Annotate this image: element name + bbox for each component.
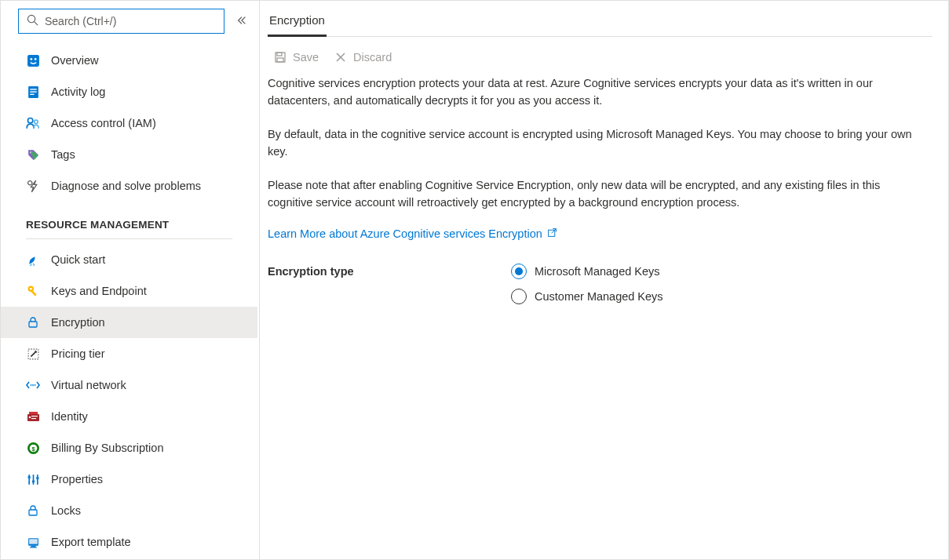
nav-list: Overview Activity log Access control (IA… [1,38,257,559]
sidebar-item-properties[interactable]: Properties [1,464,257,495]
divider [26,238,232,239]
quick-start-icon [26,253,40,267]
svg-rect-38 [31,545,35,547]
encryption-type-label: Encryption type [268,264,511,304]
svg-point-19 [32,384,34,386]
sidebar-item-identity[interactable]: Identity [1,401,257,432]
sidebar: Overview Activity log Access control (IA… [1,1,260,559]
activity-log-icon [26,85,40,99]
sidebar-item-billing[interactable]: $ Billing By Subscription [1,432,257,464]
pricing-tier-icon [26,347,40,361]
sidebar-item-access-control[interactable]: Access control (IAM) [1,107,257,139]
encryption-type-radio-group: Microsoft Managed Keys Customer Managed … [511,264,663,304]
svg-rect-2 [27,55,39,67]
sidebar-item-pricing-tier[interactable]: Pricing tier [1,338,257,369]
radio-customer-managed-keys[interactable]: Customer Managed Keys [511,289,663,304]
properties-icon [26,472,40,486]
sidebar-item-label: Tags [51,148,75,161]
access-control-icon [26,116,40,130]
svg-point-10 [35,120,38,124]
collapse-sidebar-button[interactable] [232,15,251,28]
discard-icon [334,51,347,64]
svg-rect-33 [31,480,34,482]
export-template-icon [26,535,40,549]
svg-rect-32 [27,476,30,478]
description-paragraph-2: By default, data in the cognitive servic… [268,125,925,161]
svg-point-20 [34,384,35,386]
svg-rect-34 [36,477,38,479]
toolbar: Save Discard [268,37,933,70]
sidebar-item-label: Activity log [51,85,105,98]
sidebar-item-virtual-network[interactable]: Virtual network [1,369,257,401]
svg-point-0 [27,15,35,22]
sidebar-item-label: Diagnose and solve problems [51,180,201,192]
svg-rect-8 [30,93,34,94]
sidebar-item-label: Encryption [51,316,105,329]
learn-more-text: Learn More about Azure Cognitive service… [268,227,542,240]
discard-label: Discard [353,51,392,64]
svg-rect-7 [30,91,37,92]
overview-icon [26,53,40,67]
description-paragraph-3: Please note that after enabling Cognitiv… [268,176,925,212]
description-paragraph-1: Cognitive services encryption protects y… [268,75,925,110]
search-box[interactable] [18,9,224,34]
svg-point-18 [30,384,31,386]
svg-rect-39 [30,547,37,547]
svg-rect-24 [31,418,36,419]
svg-point-12 [27,180,31,184]
section-header-resource-management: RESOURCE MANAGEMENT [1,202,257,235]
svg-line-1 [35,22,38,25]
locks-icon [26,504,40,518]
sidebar-item-activity-log[interactable]: Activity log [1,76,257,107]
sidebar-item-encryption[interactable]: Encryption [1,307,257,338]
sidebar-item-label: Export template [51,536,131,548]
svg-point-9 [27,118,32,122]
main-content: Encryption Save Discard Cognitive servic… [260,1,948,559]
diagnose-icon [26,179,40,193]
radio-label: Customer Managed Keys [535,290,663,303]
svg-rect-23 [31,416,38,416]
svg-rect-6 [30,89,37,89]
svg-point-3 [30,57,32,60]
svg-point-4 [34,57,36,60]
svg-rect-37 [29,539,38,544]
search-icon [27,14,38,28]
svg-rect-35 [29,510,37,515]
radio-button-icon [511,289,527,304]
svg-point-25 [28,416,31,418]
save-button[interactable]: Save [274,51,319,64]
tabs: Encryption [268,1,933,37]
tab-encryption[interactable]: Encryption [268,5,327,37]
sidebar-item-export-template[interactable]: Export template [1,526,257,558]
encryption-icon [26,315,40,329]
keys-icon [26,284,40,298]
svg-point-14 [29,287,31,289]
virtual-network-icon [26,378,40,392]
sidebar-item-label: Access control (IAM) [51,117,156,129]
sidebar-item-label: Virtual network [51,379,126,391]
sidebar-item-locks[interactable]: Locks [1,495,257,526]
search-input[interactable] [45,15,216,27]
sidebar-item-tags[interactable]: Tags [1,139,257,170]
sidebar-item-label: Locks [51,504,81,517]
svg-rect-15 [31,290,36,296]
sidebar-item-overview[interactable]: Overview [1,45,257,76]
radio-microsoft-managed-keys[interactable]: Microsoft Managed Keys [511,264,663,279]
sidebar-item-quick-start[interactable]: Quick start [1,244,257,275]
svg-rect-22 [29,412,38,414]
discard-button[interactable]: Discard [334,51,392,64]
sidebar-item-diagnose[interactable]: Diagnose and solve problems [1,170,257,202]
sidebar-item-label: Pricing tier [51,347,105,360]
sidebar-item-label: Billing By Subscription [51,442,163,454]
radio-label: Microsoft Managed Keys [535,265,660,278]
identity-icon [26,409,40,424]
svg-rect-42 [277,58,283,62]
sidebar-item-label: Identity [51,410,88,423]
sidebar-item-keys-endpoint[interactable]: Keys and Endpoint [1,275,257,307]
radio-button-icon [511,264,527,279]
sidebar-item-label: Properties [51,473,103,485]
billing-icon: $ [26,441,40,455]
learn-more-link[interactable]: Learn More about Azure Cognitive service… [268,227,557,240]
save-icon [274,51,287,64]
save-label: Save [293,51,319,64]
